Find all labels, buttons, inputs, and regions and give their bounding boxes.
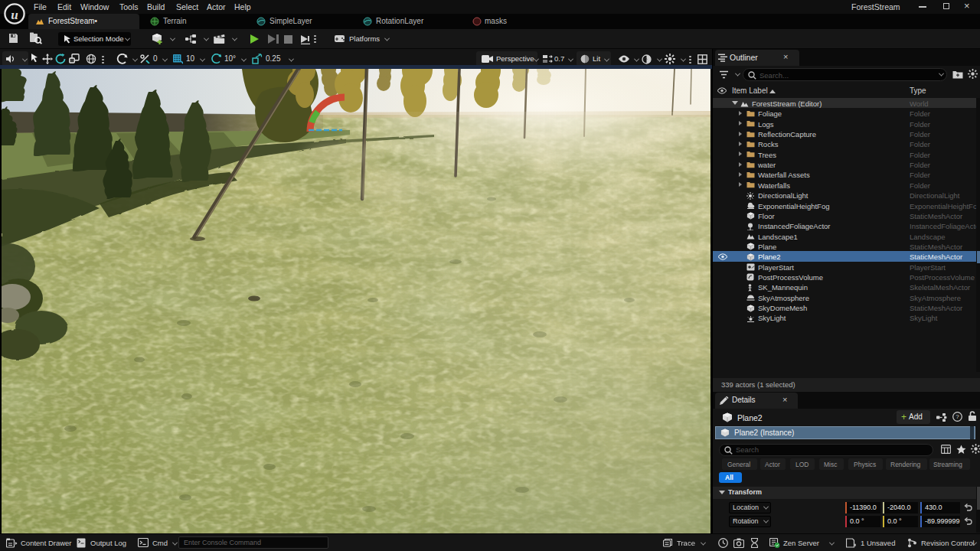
svg-text:u: u [11, 8, 18, 22]
svg-text:?: ? [956, 413, 959, 420]
